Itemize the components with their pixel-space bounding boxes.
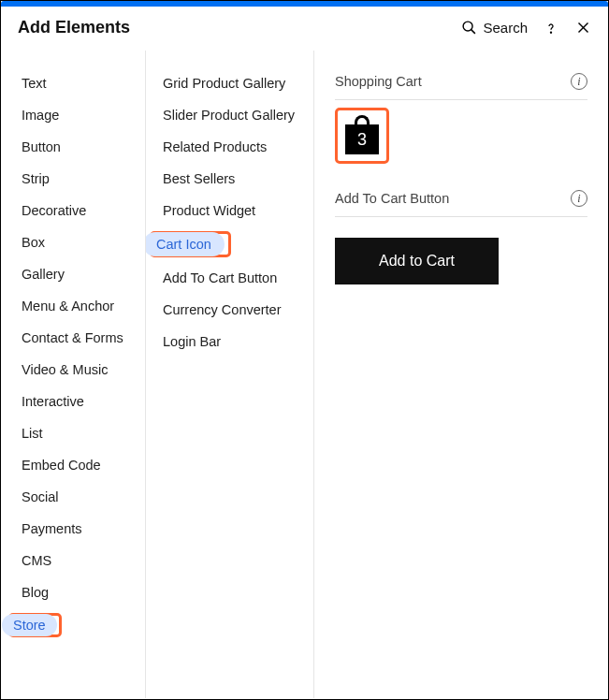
category-item-contact-forms[interactable]: Contact & Forms [1, 322, 145, 354]
category-item-payments[interactable]: Payments [1, 513, 145, 545]
subcategory-label: Currency Converter [163, 302, 282, 317]
category-item-strip[interactable]: Strip [1, 163, 145, 195]
category-item-menu-anchor[interactable]: Menu & Anchor [1, 290, 145, 322]
category-item-list[interactable]: List [1, 417, 145, 449]
category-label: Decorative [22, 203, 86, 218]
highlight-category: Store [8, 613, 62, 637]
subcategory-label: Slider Product Gallery [163, 108, 295, 123]
subcategory-item-add-to-cart-button[interactable]: Add To Cart Button [146, 262, 313, 294]
category-label: Menu & Anchor [22, 299, 114, 314]
subcategory-label: Best Sellers [163, 171, 235, 186]
subcategory-item-grid-product-gallery[interactable]: Grid Product Gallery [146, 67, 313, 99]
category-label: Image [22, 108, 59, 123]
category-item-cms[interactable]: CMS [1, 545, 145, 576]
shopping-bag-icon: 3 [345, 124, 379, 154]
section-atc-header: Add To Cart Button i [335, 184, 587, 217]
category-item-social[interactable]: Social [1, 481, 145, 513]
add-to-cart-widget[interactable]: Add to Cart [335, 238, 499, 284]
category-label: List [22, 426, 43, 441]
panel-body: TextImageButtonStripDecorativeBoxGallery… [1, 51, 608, 698]
cart-icon-widget-container: 3 [335, 108, 587, 164]
category-item-embed-code[interactable]: Embed Code [1, 449, 145, 481]
category-item-button[interactable]: Button [1, 131, 145, 163]
category-label: Text [22, 76, 47, 91]
svg-point-2 [550, 32, 551, 33]
search-label: Search [483, 20, 528, 36]
subcategory-label: Product Widget [163, 203, 255, 218]
help-button[interactable] [543, 20, 559, 36]
category-label: Video & Music [22, 362, 108, 377]
highlight-subcategory: Cart Icon [150, 231, 231, 257]
category-label: Strip [22, 171, 50, 186]
close-button[interactable] [574, 20, 591, 36]
category-label: Embed Code [22, 458, 101, 473]
subcategory-label: Cart Icon [146, 232, 225, 256]
subcategory-item-slider-product-gallery[interactable]: Slider Product Gallery [146, 99, 313, 131]
search-icon [460, 20, 477, 36]
cart-count: 3 [357, 130, 367, 150]
category-label: Payments [22, 521, 81, 536]
panel-title: Add Elements [18, 18, 130, 37]
subcategory-item-related-products[interactable]: Related Products [146, 131, 313, 163]
category-list: TextImageButtonStripDecorativeBoxGallery… [1, 51, 146, 698]
category-item-gallery[interactable]: Gallery [1, 258, 145, 290]
category-item-store[interactable]: Store [1, 608, 145, 642]
category-label: Social [22, 489, 59, 504]
category-item-decorative[interactable]: Decorative [1, 195, 145, 226]
subcategory-item-product-widget[interactable]: Product Widget [146, 195, 313, 226]
add-elements-panel: Add Elements Search TextImageButtonStrip… [0, 0, 609, 700]
category-label: Blog [22, 585, 49, 600]
subcategory-list: Grid Product GallerySlider Product Galle… [146, 51, 314, 698]
svg-line-1 [471, 30, 475, 34]
subcategory-label: Related Products [163, 139, 267, 154]
subcategory-label: Add To Cart Button [163, 270, 277, 285]
subcategory-label: Grid Product Gallery [163, 76, 285, 91]
cart-icon-widget[interactable]: 3 [345, 117, 379, 154]
category-label: Contact & Forms [22, 330, 123, 345]
subcategory-label: Login Bar [163, 334, 221, 349]
subcategory-item-best-sellers[interactable]: Best Sellers [146, 163, 313, 195]
section-shopping-cart-header: Shopping Cart i [335, 67, 587, 100]
category-item-blog[interactable]: Blog [1, 576, 145, 608]
info-icon[interactable]: i [571, 190, 587, 207]
svg-point-0 [463, 22, 472, 31]
preview-pane: Shopping Cart i 3 Add To Cart Button i A… [314, 51, 608, 698]
category-label: Store [2, 614, 57, 636]
subcategory-item-currency-converter[interactable]: Currency Converter [146, 294, 313, 326]
highlight-cart-icon: 3 [335, 108, 389, 164]
section-title: Add To Cart Button [335, 191, 449, 206]
search-button[interactable]: Search [460, 20, 528, 36]
category-label: Interactive [22, 394, 84, 409]
category-item-image[interactable]: Image [1, 99, 145, 131]
category-label: Gallery [22, 267, 65, 282]
info-icon[interactable]: i [571, 73, 587, 90]
category-item-interactive[interactable]: Interactive [1, 386, 145, 417]
panel-header: Add Elements Search [1, 7, 608, 51]
section-title: Shopping Cart [335, 74, 422, 89]
subcategory-item-login-bar[interactable]: Login Bar [146, 326, 313, 357]
subcategory-item-cart-icon[interactable]: Cart Icon [146, 226, 313, 262]
category-item-box[interactable]: Box [1, 226, 145, 258]
category-item-text[interactable]: Text [1, 67, 145, 99]
header-actions: Search [460, 20, 591, 36]
category-label: Button [22, 139, 61, 154]
category-item-video-music[interactable]: Video & Music [1, 354, 145, 386]
category-label: CMS [22, 553, 51, 568]
category-label: Box [22, 235, 45, 250]
